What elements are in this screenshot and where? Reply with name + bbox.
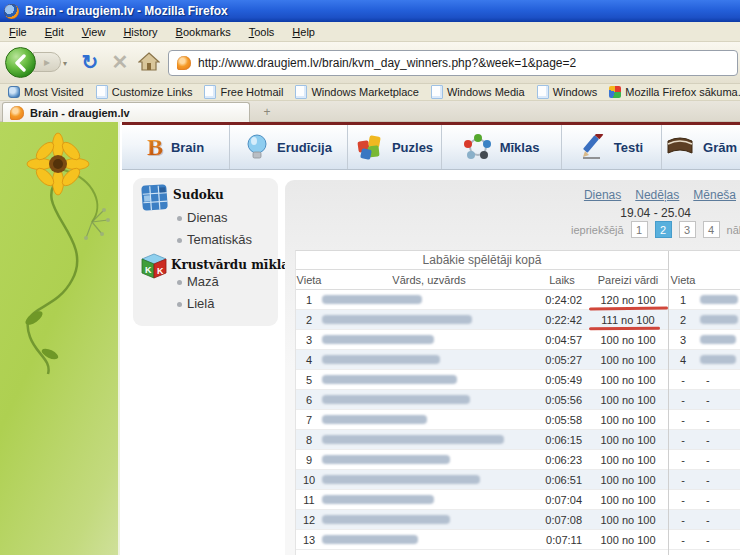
period-link-menesa[interactable]: Mēneša <box>693 188 736 202</box>
blurred-player-name[interactable] <box>700 355 736 364</box>
cell-player-name[interactable] <box>322 490 536 510</box>
period-link-nedelas[interactable]: Nedēļas <box>635 188 679 202</box>
bookmark-windows-media[interactable]: Windows Media <box>427 85 529 99</box>
menu-tools[interactable]: Tools <box>240 24 284 40</box>
sidebar-item-liela[interactable]: Lielā <box>187 296 214 311</box>
cell-player-name-2[interactable] <box>700 310 740 330</box>
site-tab-erudicija[interactable]: Erudīcija <box>230 125 348 169</box>
cell-player-name[interactable] <box>322 350 536 370</box>
bookmark-most-visited[interactable]: Most Visited <box>4 86 88 98</box>
menu-help[interactable]: Help <box>283 24 324 40</box>
green-side-rail <box>0 122 120 555</box>
tab-favicon <box>10 106 24 120</box>
blurred-player-name[interactable] <box>322 395 470 404</box>
site-tab-label: Erudīcija <box>277 140 332 155</box>
cell-place: 7 <box>296 410 322 430</box>
cell-player-name[interactable] <box>322 310 536 330</box>
cell-player-name[interactable] <box>322 510 536 530</box>
back-history-dropdown[interactable]: ▾ <box>63 59 67 68</box>
cell-score: 100 no 100 <box>588 510 668 530</box>
pagination-next[interactable]: nākam <box>727 224 740 236</box>
reload-button[interactable]: ↻ <box>78 50 102 74</box>
cell-score: 100 no 100 <box>588 530 668 550</box>
sidebar-item-maza[interactable]: Mazā <box>187 274 219 289</box>
blurred-player-name[interactable] <box>322 375 457 384</box>
browser-tab-active[interactable]: Brain - draugiem.lv <box>2 102 250 122</box>
blurred-player-name[interactable] <box>322 295 422 304</box>
bookmarks-toolbar: Most Visited Customize Links Free Hotmai… <box>0 84 740 101</box>
cell-player-name[interactable] <box>322 470 536 490</box>
bookmark-customize-links[interactable]: Customize Links <box>92 85 197 99</box>
bookmark-free-hotmail[interactable]: Free Hotmail <box>200 85 287 99</box>
blurred-player-name[interactable] <box>322 435 504 444</box>
cell-player-name-2: - <box>700 370 740 390</box>
url-bar[interactable]: http://www.draugiem.lv/brain/kvm_day_win… <box>168 50 738 76</box>
menu-view[interactable]: View <box>73 24 115 40</box>
blurred-player-name[interactable] <box>322 475 480 484</box>
cell-player-name-2: - <box>700 530 740 550</box>
site-tab-brain[interactable]: B Brain <box>122 125 230 169</box>
cell-time: 0:07:04 <box>526 490 582 510</box>
cell-place-2: 4 <box>670 350 696 370</box>
page-content: B Brain Erudīcija Puzles <box>0 122 740 555</box>
pagination-prev[interactable]: iepriekšējā <box>571 224 624 236</box>
menu-file[interactable]: File <box>0 24 36 40</box>
sidebar-item-sudoku-dienas[interactable]: Dienas <box>187 210 227 225</box>
bookmark-windows[interactable]: Windows <box>533 85 602 99</box>
cell-player-name[interactable] <box>322 370 536 390</box>
site-tab-label: Testi <box>614 140 643 155</box>
blurred-player-name[interactable] <box>322 415 427 424</box>
cell-player-name-2: - <box>700 430 740 450</box>
bookmark-firefox-start[interactable]: Mozilla Firefox sākuma... <box>605 86 740 98</box>
menu-history[interactable]: History <box>114 24 166 40</box>
table-row: 50:05:49100 no 100-- <box>296 370 740 390</box>
stop-button[interactable]: ✕ <box>108 50 132 74</box>
page-button-4[interactable]: 4 <box>703 221 720 238</box>
blurred-player-name[interactable] <box>322 455 450 464</box>
forward-button[interactable]: ▸ <box>33 52 61 72</box>
page-button-1[interactable]: 1 <box>631 221 648 238</box>
firefox-window: Brain - draugiem.lv - Mozilla Firefox Fi… <box>0 0 740 555</box>
cell-player-name[interactable] <box>322 330 536 350</box>
blurred-player-name[interactable] <box>322 535 418 544</box>
bookmark-windows-marketplace[interactable]: Windows Marketplace <box>291 85 423 99</box>
page-button-3[interactable]: 3 <box>679 221 696 238</box>
cell-player-name[interactable] <box>322 290 536 310</box>
blurred-player-name[interactable] <box>322 335 434 344</box>
lightbulb-icon <box>245 133 269 161</box>
site-tab-gramatas[interactable]: Grām <box>662 125 740 169</box>
site-tab-puzles[interactable]: Puzles <box>348 125 442 169</box>
period-link-dienas[interactable]: Dienas <box>584 188 621 202</box>
cell-player-name-2[interactable] <box>700 330 740 350</box>
table-row: 60:05:56100 no 100-- <box>296 390 740 410</box>
sidebar-item-tematiskas[interactable]: Tematiskās <box>187 232 252 247</box>
cell-player-name[interactable] <box>322 390 536 410</box>
cell-place-2: - <box>670 490 696 510</box>
blurred-player-name[interactable] <box>322 495 434 504</box>
menu-bookmarks[interactable]: Bookmarks <box>167 24 240 40</box>
cell-player-name[interactable] <box>322 430 536 450</box>
site-tab-testi[interactable]: Testi <box>562 125 662 169</box>
page-button-2[interactable]: 2 <box>655 221 672 238</box>
menu-edit[interactable]: Edit <box>36 24 73 40</box>
cell-player-name[interactable] <box>322 530 536 550</box>
blurred-player-name[interactable] <box>322 315 472 324</box>
blurred-player-name[interactable] <box>322 515 450 524</box>
cell-player-name-2[interactable] <box>700 350 740 370</box>
blurred-player-name[interactable] <box>700 295 738 304</box>
bullet-icon <box>177 216 182 221</box>
blurred-player-name[interactable] <box>322 355 440 364</box>
cell-player-name-2[interactable] <box>700 290 740 310</box>
new-tab-button[interactable]: + <box>256 104 278 120</box>
blurred-player-name[interactable] <box>700 335 736 344</box>
site-tab-miklas[interactable]: Mīklas <box>442 125 562 169</box>
cell-place-2: - <box>670 410 696 430</box>
home-button[interactable] <box>138 51 160 73</box>
window-title: Brain - draugiem.lv - Mozilla Firefox <box>25 4 228 18</box>
cell-player-name[interactable] <box>322 450 536 470</box>
blurred-player-name[interactable] <box>700 315 738 324</box>
cell-player-name[interactable] <box>322 410 536 430</box>
url-text[interactable]: http://www.draugiem.lv/brain/kvm_day_win… <box>198 56 576 70</box>
back-button[interactable] <box>5 47 36 78</box>
site-tab-label: Brain <box>171 140 204 155</box>
